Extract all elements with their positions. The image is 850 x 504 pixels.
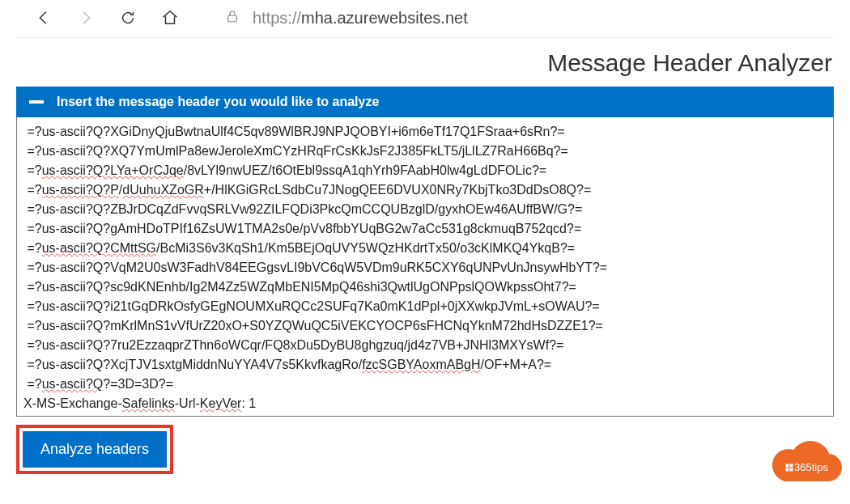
collapse-icon <box>29 100 44 104</box>
svg-rect-2 <box>790 464 793 468</box>
address-bar[interactable]: https://mha.azurewebsites.net <box>225 9 468 28</box>
badge-text: 365tips <box>772 461 840 473</box>
url-text: https://mha.azurewebsites.net <box>253 9 468 28</box>
lock-icon <box>225 9 240 27</box>
home-button[interactable] <box>159 6 181 29</box>
svg-rect-3 <box>786 468 789 472</box>
header-textarea[interactable]: =?us-ascii?Q?XGiDnyQjuBwtnaUlf4C5qv89WlB… <box>16 117 834 417</box>
svg-rect-1 <box>786 464 789 468</box>
cloud-icon: 365tips <box>772 443 840 481</box>
analyzer-panel: Insert the message header you would like… <box>16 87 834 417</box>
panel-header[interactable]: Insert the message header you would like… <box>16 87 834 117</box>
back-button[interactable] <box>32 6 55 29</box>
refresh-button[interactable] <box>117 6 139 29</box>
watermark-badge: 365tips <box>772 443 840 481</box>
forward-button[interactable] <box>74 6 97 29</box>
page-title: Message Header Analyzer <box>0 38 850 87</box>
panel-header-label: Insert the message header you would like… <box>57 95 379 109</box>
svg-rect-4 <box>790 468 793 472</box>
svg-rect-0 <box>228 15 237 22</box>
analyze-headers-button[interactable]: Analyze headers <box>23 431 167 468</box>
browser-toolbar: https://mha.azurewebsites.net <box>16 0 834 38</box>
analyze-button-highlight: Analyze headers <box>16 425 173 474</box>
